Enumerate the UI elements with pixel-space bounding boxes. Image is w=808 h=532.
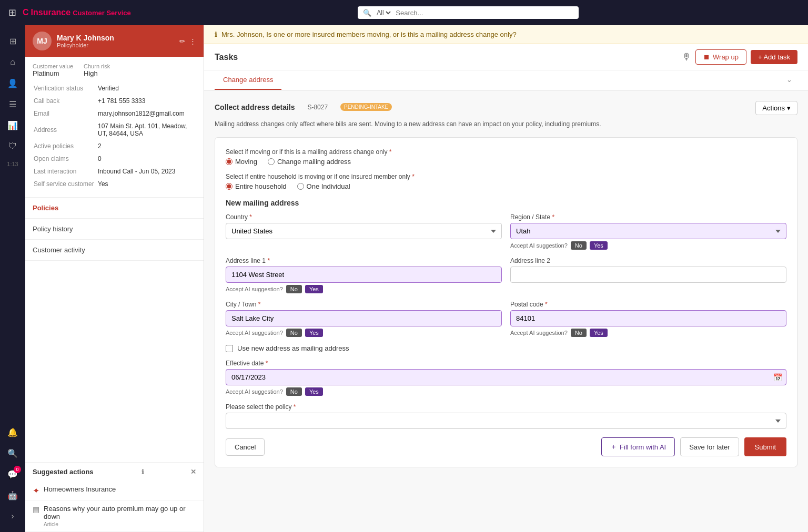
region-label: Region / State * — [510, 213, 786, 221]
calendar-icon[interactable]: 📅 — [773, 373, 782, 382]
address-label: Address — [34, 120, 97, 139]
address1-input[interactable] — [226, 267, 502, 283]
moving-radio-group: Moving Change mailing address — [226, 158, 786, 166]
article-badge-label: Article — [44, 521, 58, 527]
actions-button[interactable]: Actions ▾ — [755, 101, 797, 115]
audio-icon[interactable]: 🎙 — [682, 52, 691, 63]
suggested-action-homeowners[interactable]: ✦ Homeowners Insurance — [25, 481, 204, 500]
self-service-label: Self service customer — [34, 178, 97, 190]
add-task-button[interactable]: + Add task — [751, 50, 797, 64]
tab-change-address[interactable]: Change address — [215, 70, 281, 90]
verification-value: Verified — [98, 83, 195, 94]
sidebar-item-customer-activity[interactable]: Customer activity — [25, 240, 204, 261]
nav-icon-list[interactable]: ☰ — [3, 95, 22, 114]
cancel-button[interactable]: Cancel — [226, 438, 265, 456]
address1-field: Address line 1 * Accept AI suggestion? N… — [226, 257, 502, 293]
region-ai-yes-button[interactable]: Yes — [590, 241, 608, 250]
country-select[interactable]: United States Canada Mexico — [226, 223, 502, 239]
address2-input[interactable] — [510, 267, 786, 283]
policy-label: Please select the policy * — [226, 403, 786, 411]
alert-text: Mrs. Johnson, Is one or more insured mem… — [221, 30, 517, 38]
radio-change-mailing[interactable]: Change mailing address — [268, 158, 351, 166]
tab-bar: Change address ⌄ — [204, 70, 808, 90]
message-badge: 0 — [14, 466, 21, 473]
postal-label: Postal code * — [510, 301, 786, 308]
form-area: Collect address details S-8027 PENDING-I… — [204, 90, 808, 532]
postal-ai-no-button[interactable]: No — [571, 329, 587, 337]
wrap-up-icon: ⏹ — [703, 53, 710, 61]
more-options-icon[interactable]: ⋮ — [189, 37, 196, 45]
effective-date-ai-no-button[interactable]: No — [286, 387, 302, 396]
sparkle-icon: ✦ — [33, 486, 39, 496]
status-badge: PENDING-INTAKE — [340, 103, 392, 111]
suggested-actions-title: Suggested actions — [33, 468, 94, 476]
avatar: MJ — [33, 32, 52, 50]
postal-ai-yes-button[interactable]: Yes — [590, 329, 608, 337]
address-value: 107 Main St. Apt. 101, Meadow, UT, 84644… — [98, 120, 195, 139]
churn-risk-value: High — [84, 69, 98, 77]
homeowners-action-text: Homeowners Insurance — [44, 485, 116, 493]
grid-menu-icon[interactable]: ⊞ — [8, 7, 16, 18]
radio-entire-household[interactable]: Entire household — [226, 182, 287, 190]
effective-date-ai-yes-button[interactable]: Yes — [305, 387, 323, 396]
article-doc-icon: ▤ — [33, 505, 39, 514]
last-interaction-value: Inbound Call - Jun 05, 2023 — [98, 166, 195, 177]
nav-icon-user[interactable]: 👤 — [3, 74, 22, 93]
service-label: Customer Service — [73, 9, 131, 17]
form-section-title: Collect address details S-8027 PENDING-I… — [215, 103, 392, 111]
collapse-suggested-btn[interactable]: ✕ — [190, 468, 196, 476]
chevron-icon: ▾ — [787, 104, 791, 112]
region-ai-no-button[interactable]: No — [571, 241, 587, 250]
nav-icon-search[interactable]: 🔍 — [3, 444, 22, 463]
wrap-up-button[interactable]: ⏹ Wrap up — [695, 49, 746, 65]
sidebar-item-policies[interactable]: Policies — [25, 198, 204, 219]
submit-button[interactable]: Submit — [744, 437, 786, 456]
address1-label: Address line 1 * — [226, 257, 502, 264]
address1-ai-yes-button[interactable]: Yes — [305, 285, 323, 293]
customer-role: Policyholder — [57, 42, 114, 48]
search-filter-select[interactable]: All — [375, 8, 392, 17]
suggested-action-article[interactable]: ▤ Reasons why your auto premium may go u… — [25, 500, 204, 532]
household-radio-group: Entire household One Individual — [226, 182, 786, 190]
nav-icon-shield[interactable]: 🛡 — [3, 137, 22, 156]
logo-rest: Insurance — [31, 8, 71, 17]
edit-icon[interactable]: ✏ — [179, 37, 185, 45]
region-select[interactable]: Utah California Texas — [510, 223, 786, 239]
nav-icon-chevron[interactable]: › — [3, 507, 22, 526]
fill-form-ai-button[interactable]: ＋ Fill form with AI — [601, 437, 675, 456]
nav-icon-bell[interactable]: 🔔 — [3, 423, 22, 442]
time-display: 1:13 — [7, 161, 18, 167]
city-field: City / Town * Accept AI suggestion? No Y… — [226, 301, 502, 337]
save-for-later-button[interactable]: Save for later — [680, 437, 739, 456]
nav-icon-home[interactable]: ⌂ — [3, 53, 22, 71]
search-input[interactable] — [396, 9, 553, 17]
policy-select[interactable] — [226, 413, 786, 429]
callback-label: Call back — [34, 95, 97, 107]
city-input[interactable] — [226, 310, 502, 326]
country-field: Country * United States Canada Mexico — [226, 213, 502, 250]
sidebar-item-policy-history[interactable]: Policy history — [25, 219, 204, 240]
nav-icon-grid[interactable]: ⊞ — [3, 32, 22, 50]
nav-icon-chart[interactable]: 📊 — [3, 116, 22, 135]
customer-name: Mary K Johnson — [57, 34, 114, 42]
effective-date-input[interactable] — [226, 369, 786, 385]
radio-moving[interactable]: Moving — [226, 158, 257, 166]
postal-input[interactable] — [510, 310, 786, 326]
tasks-header: Tasks 🎙 ⏹ Wrap up + Add task — [204, 44, 808, 70]
city-ai-no-button[interactable]: No — [286, 329, 302, 337]
postal-field: Postal code * Accept AI suggestion? No Y… — [510, 301, 786, 337]
nav-icon-message[interactable]: 💬 0 — [3, 465, 22, 484]
info-icon[interactable]: ℹ — [142, 468, 144, 476]
city-ai-yes-button[interactable]: Yes — [305, 329, 323, 337]
use-mailing-label: Use new address as mailing address — [237, 344, 349, 352]
radio-one-individual[interactable]: One Individual — [297, 182, 350, 190]
region-ai-suggestion: Accept AI suggestion? No Yes — [510, 241, 786, 250]
tab-expand-icon[interactable]: ⌄ — [781, 70, 797, 90]
use-mailing-checkbox[interactable] — [226, 345, 233, 352]
nav-icon-bot[interactable]: 🤖 — [3, 486, 22, 505]
tasks-title: Tasks — [215, 53, 238, 62]
top-navigation: ⊞ CInsurance Customer Service 🔍 All — [0, 0, 808, 25]
address1-ai-no-button[interactable]: No — [286, 285, 302, 293]
use-mailing-checkbox-row: Use new address as mailing address — [226, 344, 786, 352]
task-id: S-8027 — [307, 104, 328, 111]
